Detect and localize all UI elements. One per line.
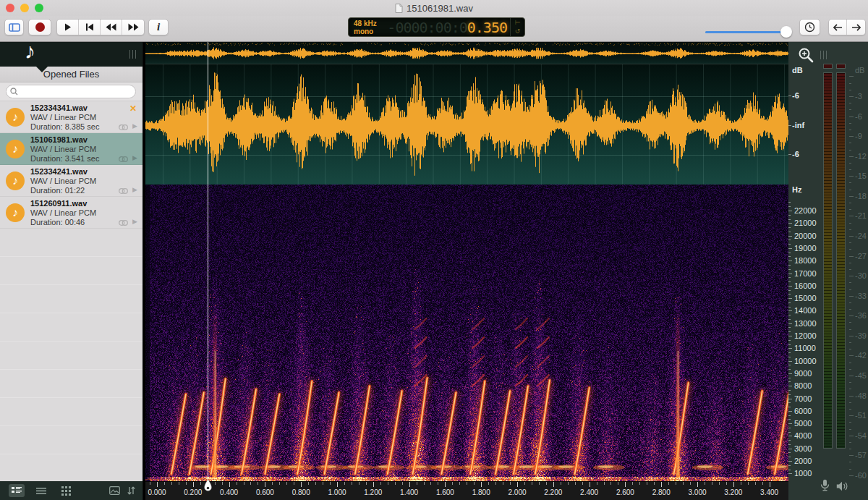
sounds-tab-music-note-icon[interactable]: ♪ [25, 39, 35, 64]
loop-icon[interactable]: ↺ [515, 28, 521, 35]
meter-tick [849, 150, 851, 151]
file-list-item[interactable]: ♪151260911.wavWAV / Linear PCMDuration: … [0, 197, 142, 229]
volume-slider[interactable] [705, 26, 792, 38]
sidebar-drag-handle-icon[interactable] [129, 50, 137, 59]
panel-drag-handle-icon[interactable] [820, 51, 827, 59]
zoom-icon[interactable] [797, 46, 814, 64]
sidebar-tab-bar: ♪ [0, 42, 142, 67]
preview-play-icon[interactable]: ▶ [132, 122, 137, 130]
empty-list-row [0, 313, 142, 342]
frequency-tick [788, 223, 792, 224]
audio-editor-window: 151061981.wav [0, 0, 868, 500]
zoom-window-button[interactable] [35, 4, 43, 12]
ruler-minor-tick [668, 482, 669, 485]
meter-tick [849, 336, 854, 336]
info-button[interactable]: i [148, 19, 169, 35]
minimize-window-button[interactable] [20, 4, 29, 12]
ruler-minor-tick [705, 482, 705, 485]
rewind-button[interactable] [101, 20, 122, 35]
waveform-view[interactable] [145, 64, 789, 185]
meter-db-label: -45 [855, 371, 867, 380]
sidebar-icon [9, 23, 20, 32]
fast-forward-button[interactable] [122, 20, 144, 35]
play-button[interactable] [57, 20, 79, 35]
frequency-tick [788, 378, 791, 378]
ruler-minor-tick [719, 482, 720, 485]
playhead-pin[interactable] [203, 479, 213, 493]
tab-pointer [36, 67, 48, 72]
search-input[interactable] [6, 85, 136, 98]
ruler-major-tick [265, 482, 265, 487]
right-panel: dB-6-inf-6 Hz 22000210002000019000180001… [788, 42, 868, 500]
link-icon[interactable] [119, 124, 128, 130]
meter-tick [849, 442, 851, 443]
meter-tick [849, 196, 854, 197]
list-view-icon [36, 488, 46, 494]
record-button[interactable] [28, 19, 51, 35]
meter-tick [849, 369, 851, 370]
clock-button[interactable] [799, 19, 820, 35]
file-list-item[interactable]: ♪152334341.wavWAV / Linear PCMDuration: … [0, 101, 142, 133]
close-file-icon[interactable]: ✕ [129, 103, 137, 114]
playhead-marker-icon[interactable]: ⊢ [515, 20, 521, 26]
preview-play-icon[interactable]: ▶ [132, 218, 137, 225]
frequency-tick [788, 331, 791, 332]
preview-play-icon[interactable]: ▶ [132, 154, 137, 161]
speaker-icon[interactable] [836, 481, 850, 491]
meter-db-label: -24 [855, 232, 867, 240]
ruler-minor-tick [222, 482, 223, 485]
preview-play-icon[interactable]: ▶ [132, 186, 137, 193]
search-bar [0, 82, 142, 101]
skip-to-start-button[interactable] [79, 20, 101, 35]
audio-file-icon: ♪ [6, 171, 25, 190]
ruler-minor-tick [510, 482, 511, 485]
titlebar: 151061981.wav [0, 0, 868, 16]
frequency-tick [788, 260, 792, 261]
file-format: WAV / Linear PCM [30, 177, 96, 185]
preview-image-button[interactable] [109, 486, 120, 495]
meter-tick [849, 342, 851, 343]
close-window-button[interactable] [6, 4, 14, 12]
forward-button[interactable] [847, 20, 865, 35]
slider-knob[interactable] [780, 26, 792, 38]
file-list-item[interactable]: ♪152334241.wavWAV / Linear PCMDuration: … [0, 165, 142, 197]
meter-tick [849, 449, 851, 449]
ruler-minor-tick [417, 482, 417, 485]
frequency-label: 17000 [794, 269, 817, 278]
microphone-icon[interactable] [820, 479, 830, 491]
level-meter-left [823, 72, 833, 449]
grid-view-button[interactable] [58, 484, 74, 497]
playhead-line[interactable] [208, 42, 208, 485]
frequency-tick [788, 286, 792, 287]
ruler-major-tick [661, 482, 662, 487]
sidebar-toggle-button[interactable] [4, 19, 24, 35]
overview-waveform[interactable] [145, 42, 789, 64]
frequency-tick [788, 440, 791, 441]
meter-tick [849, 349, 851, 349]
spectrogram-view[interactable] [145, 185, 789, 481]
frequency-tick [788, 310, 792, 311]
frequency-tick [788, 457, 791, 457]
frequency-label: 6000 [794, 407, 812, 415]
meter-tick [849, 169, 851, 170]
empty-list-row [0, 257, 142, 285]
list-view-button[interactable] [33, 484, 49, 497]
link-icon[interactable] [119, 220, 128, 226]
frequency-tick [788, 402, 791, 403]
link-icon[interactable] [119, 188, 128, 194]
back-button[interactable] [829, 20, 847, 35]
ruler-major-tick [733, 482, 734, 487]
meter-tick [849, 116, 854, 117]
time-ruler[interactable]: 0.0000.2000.4000.6000.8001.0001.2001.400… [145, 481, 789, 500]
meter-tick [849, 469, 851, 470]
time-display[interactable]: 48 kHz mono -0000:00:00.350 ⊢ ↺ [348, 17, 525, 37]
ruler-time-label: 3.200 [724, 488, 742, 496]
sort-button[interactable] [127, 486, 135, 495]
meter-tick [849, 422, 851, 423]
main-view: 0.0000.2000.4000.6000.8001.0001.2001.400… [142, 42, 788, 500]
file-list-item[interactable]: ♪151061981.wavWAV / Linear PCMDuration: … [0, 133, 142, 165]
ruler-minor-tick [741, 482, 741, 485]
link-icon[interactable] [119, 156, 128, 162]
list-detail-view-button[interactable] [9, 484, 25, 497]
frequency-tick [788, 327, 791, 328]
